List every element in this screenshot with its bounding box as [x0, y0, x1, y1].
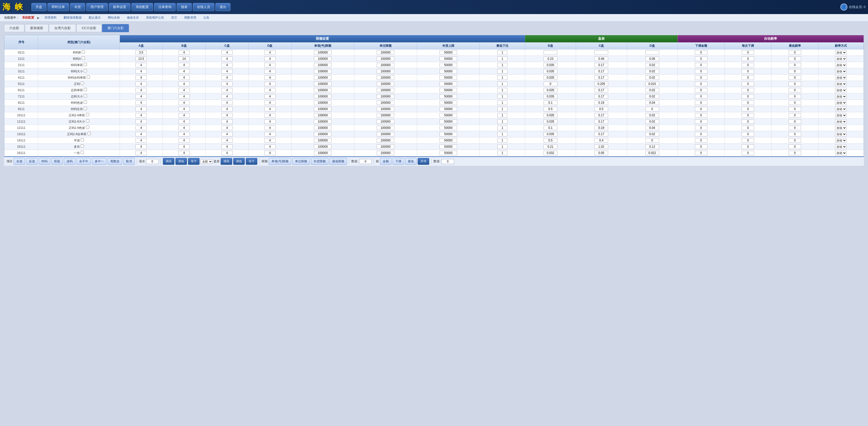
nav-jishizhudan[interactable]: 即时注单: [48, 3, 69, 11]
cell-odds-mode[interactable]: 自动: [818, 106, 864, 112]
cell-restock[interactable]: [417, 137, 480, 144]
nav-buhuo[interactable]: 补货: [70, 3, 85, 11]
cell-c-diff[interactable]: [576, 62, 627, 68]
btn-peifu-xt[interactable]: 下调: [393, 158, 404, 165]
btn-fanxuan[interactable]: 反选: [26, 158, 38, 165]
cell-adj-amt[interactable]: [678, 137, 724, 144]
cell-odds-mode[interactable]: 自动: [818, 56, 864, 62]
cell-d[interactable]: [249, 56, 291, 62]
cell-a[interactable]: [120, 100, 163, 106]
cell-restock[interactable]: [417, 100, 480, 106]
row-checkbox[interactable]: [88, 132, 91, 135]
cell-d[interactable]: [249, 87, 291, 93]
nav-zaixiany[interactable]: 在线人员: [193, 3, 214, 11]
cell-d[interactable]: [249, 112, 291, 119]
cell-min-bet[interactable]: [480, 119, 525, 125]
cell-adj-each[interactable]: [724, 131, 772, 137]
cell-single-limit[interactable]: [291, 100, 354, 106]
cell-d[interactable]: [249, 68, 291, 75]
nav-zhudancx[interactable]: 注单查询: [154, 3, 176, 11]
cell-odds-mode[interactable]: 自动: [818, 62, 864, 68]
cell-restock[interactable]: [417, 93, 480, 100]
cell-bet-limit[interactable]: [354, 50, 417, 56]
cell-adj-amt[interactable]: [678, 125, 724, 131]
btn-shuangmian[interactable]: 双面: [51, 158, 63, 165]
cell-restock[interactable]: [417, 144, 480, 150]
cell-adj-amt[interactable]: [678, 106, 724, 112]
cell-d-diff[interactable]: [627, 125, 678, 131]
cell-bet-limit[interactable]: [354, 144, 417, 150]
nav-peilvshezhi[interactable]: 赔率设置: [109, 3, 130, 11]
cell-adj-amt[interactable]: [678, 93, 724, 100]
cell-bet-limit[interactable]: [354, 100, 417, 106]
cell-odds-mode[interactable]: 自动: [818, 68, 864, 75]
cell-c[interactable]: [206, 68, 249, 75]
cell-adj-each[interactable]: [724, 125, 772, 131]
cell-c-diff[interactable]: [576, 81, 627, 87]
cell-b-diff[interactable]: [525, 150, 576, 156]
cell-restock[interactable]: [417, 50, 480, 56]
tab-taiwan[interactable]: 台湾六合彩: [49, 24, 76, 32]
cell-c-diff[interactable]: [576, 144, 627, 150]
btn-peifu-zuidi[interactable]: 最低: [405, 158, 417, 165]
cell-min-odds[interactable]: [772, 75, 818, 81]
cell-d-diff[interactable]: [627, 93, 678, 100]
cell-b[interactable]: [163, 56, 206, 62]
row-checkbox[interactable]: [84, 100, 87, 104]
tab-aomen[interactable]: 澳门六合彩: [102, 24, 129, 32]
btn-duozy[interactable]: 多中一: [92, 158, 106, 165]
cell-c[interactable]: [206, 112, 249, 119]
btn-tema[interactable]: 特码: [39, 158, 50, 165]
cell-c[interactable]: [206, 106, 249, 112]
cell-d-diff[interactable]: [627, 100, 678, 106]
cell-b-diff[interactable]: [525, 119, 576, 125]
cell-adj-each[interactable]: [724, 100, 772, 106]
btn-lianma[interactable]: 连码: [64, 158, 75, 165]
cell-adj-amt[interactable]: [678, 62, 724, 68]
cell-single-limit[interactable]: [291, 62, 354, 68]
cell-adj-amt[interactable]: [678, 81, 724, 87]
cell-d[interactable]: [249, 93, 291, 100]
cell-a[interactable]: [120, 81, 163, 87]
cell-min-bet[interactable]: [480, 137, 525, 144]
row-checkbox[interactable]: [81, 138, 84, 141]
btn-single-limit[interactable]: 单项(号)限额: [269, 158, 291, 165]
cell-b-diff[interactable]: [525, 56, 576, 62]
cell-d[interactable]: [249, 50, 291, 56]
cell-restock[interactable]: [417, 131, 480, 137]
cell-d[interactable]: [249, 75, 291, 81]
cell-a[interactable]: [120, 62, 163, 68]
cell-bet-limit[interactable]: [354, 93, 417, 100]
row-checkbox[interactable]: [81, 144, 84, 148]
cell-single-limit[interactable]: [291, 144, 354, 150]
cell-odds-mode[interactable]: 自动: [818, 131, 864, 137]
cell-adj-each[interactable]: [724, 68, 772, 75]
breadcrumb-xiugaishengxiao[interactable]: 修改生肖: [125, 15, 141, 20]
cell-single-limit[interactable]: [291, 106, 354, 112]
cell-adj-amt[interactable]: [678, 50, 724, 56]
cell-b[interactable]: [163, 150, 206, 156]
cell-single-limit[interactable]: [291, 93, 354, 100]
cell-adj-each[interactable]: [724, 119, 772, 125]
cell-min-odds[interactable]: [772, 144, 818, 150]
cell-c-diff[interactable]: [576, 56, 627, 62]
cell-min-bet[interactable]: [480, 150, 525, 156]
breadcrumb-moren[interactable]: 默认退水: [87, 15, 103, 20]
cell-odds-mode[interactable]: 自动: [818, 93, 864, 100]
cell-adj-each[interactable]: [724, 81, 772, 87]
row-checkbox[interactable]: [86, 119, 89, 123]
row-checkbox[interactable]: [86, 126, 89, 129]
cell-a[interactable]: [120, 144, 163, 150]
cell-adj-amt[interactable]: [678, 56, 724, 62]
cell-restock[interactable]: [417, 106, 480, 112]
cell-a[interactable]: [120, 106, 163, 112]
row-checkbox[interactable]: [84, 94, 87, 97]
cell-single-limit[interactable]: [291, 125, 354, 131]
cell-b[interactable]: [163, 62, 206, 68]
row-checkbox[interactable]: [84, 107, 87, 110]
cell-bet-limit[interactable]: [354, 137, 417, 144]
cell-bet-limit[interactable]: [354, 119, 417, 125]
cell-odds-mode[interactable]: 自动: [818, 75, 864, 81]
cell-min-bet[interactable]: [480, 93, 525, 100]
cell-b[interactable]: [163, 75, 206, 81]
